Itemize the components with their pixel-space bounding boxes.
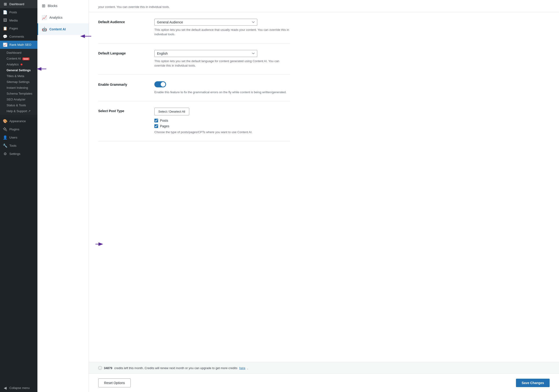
rankmath-submenu: Dashboard Content AI New! Analytics Gene… — [0, 49, 37, 115]
sidebar-item-dashboard[interactable]: ⊞ Dashboard — [0, 0, 37, 8]
default-audience-label: Default Audience — [98, 19, 145, 24]
content-ai-icon: 🤖 — [42, 27, 47, 32]
sidebar-item-media[interactable]: 🖼 Media — [0, 16, 37, 24]
sidebar-item-appearance[interactable]: 🎨 Appearance — [0, 117, 37, 125]
post-type-description: Choose the type of posts/pages/CPTs wher… — [154, 130, 290, 134]
appearance-icon: 🎨 — [3, 119, 8, 123]
submenu-seo-analyzer[interactable]: SEO Analyzer — [0, 97, 37, 102]
sidebar-item-pages[interactable]: 📋 Pages — [0, 24, 37, 33]
default-language-label: Default Language — [98, 50, 145, 55]
posts-checkbox[interactable] — [154, 119, 158, 122]
new-badge: New! — [22, 57, 29, 60]
users-icon: 👤 — [3, 135, 8, 140]
submenu-dashboard[interactable]: Dashboard — [0, 50, 37, 56]
tools-icon: 🔧 — [3, 143, 8, 148]
select-post-type-label: Select Post Type — [98, 108, 145, 113]
credits-bar: 3 ○ 34879 credits left this month. Credi… — [89, 362, 559, 374]
select-post-type-control: Select / Deselect All Posts Pages Choose… — [154, 108, 290, 134]
pages-checkbox-item: Pages — [154, 124, 290, 128]
credits-count: 34879 — [104, 366, 112, 370]
sidebar-item-rankmath[interactable]: 📈 Rank Math SEO 1 — [0, 41, 37, 49]
reset-options-button[interactable]: Reset Options — [98, 378, 131, 387]
default-audience-control: General Audience Beginners Intermediate … — [154, 19, 290, 37]
second-sidebar: ⊞ Blocks 📈 Analytics 🤖 Content AI 2 — [37, 0, 89, 392]
grammarly-toggle[interactable] — [154, 81, 166, 87]
credits-message: credits left this month. Credits will re… — [114, 366, 237, 370]
sidebar-item-plugins[interactable]: 🔌 Plugins — [0, 125, 37, 134]
submenu-analytics[interactable]: Analytics — [0, 62, 37, 67]
credits-icon: ○ — [98, 366, 102, 370]
rankmath-icon: 📈 — [3, 43, 8, 47]
sidebar-item-comments[interactable]: 💬 Comments — [0, 33, 37, 41]
default-language-description: This option lets you set the default lan… — [154, 59, 290, 68]
enable-grammarly-control: Enable this feature to fix the grammatic… — [154, 81, 290, 95]
submenu-sitemap[interactable]: Sitemap Settings — [0, 79, 37, 85]
enable-grammarly-row: Enable Grammarly Enable this feature to … — [98, 75, 290, 101]
submenu-schema-templates[interactable]: Schema Templates — [0, 91, 37, 97]
second-sidebar-blocks[interactable]: ⊞ Blocks — [37, 0, 89, 12]
top-description: your content. You can override this in i… — [89, 0, 559, 12]
sidebar-item-settings[interactable]: ⚙ Settings — [0, 150, 37, 158]
submenu-content-ai[interactable]: Content AI New! — [0, 56, 37, 62]
save-changes-button[interactable]: Save Changes — [516, 379, 550, 387]
grammarly-description: Enable this feature to fix the grammatic… — [154, 90, 290, 95]
dashboard-icon: ⊞ — [3, 2, 8, 6]
posts-label[interactable]: Posts — [160, 119, 168, 122]
sidebar-divider — [0, 116, 37, 116]
pages-icon: 📋 — [3, 26, 8, 31]
main-content: your content. You can override this in i… — [89, 0, 559, 392]
default-language-row: Default Language English Spanish French … — [98, 44, 290, 75]
submenu-general-settings[interactable]: General Settings — [0, 67, 37, 73]
credits-upgrade-link[interactable]: here — [239, 366, 245, 370]
toggle-slider — [154, 81, 166, 87]
default-language-select[interactable]: English Spanish French German — [154, 50, 257, 57]
analytics-nav-icon: 📈 — [42, 15, 47, 20]
sidebar-item-posts[interactable]: 📄 Posts — [0, 8, 37, 16]
plugins-icon: 🔌 — [3, 127, 8, 132]
posts-icon: 📄 — [3, 10, 8, 15]
content-area: Default Audience General Audience Beginn… — [89, 12, 299, 362]
media-icon: 🖼 — [3, 18, 8, 22]
submenu-help-support[interactable]: Help & Support ↗ — [0, 108, 37, 114]
pages-label[interactable]: Pages — [160, 124, 169, 128]
default-audience-select[interactable]: General Audience Beginners Intermediate … — [154, 19, 257, 26]
submenu-instant-indexing[interactable]: Instant Indexing — [0, 85, 37, 91]
select-deselect-all-button[interactable]: Select / Deselect All — [154, 108, 189, 116]
default-audience-row: Default Audience General Audience Beginn… — [98, 12, 290, 44]
posts-checkbox-item: Posts — [154, 119, 290, 122]
enable-grammarly-label: Enable Grammarly — [98, 81, 145, 86]
sidebar-item-tools[interactable]: 🔧 Tools — [0, 142, 37, 150]
default-audience-description: This option lets you set the default aud… — [154, 27, 290, 37]
sidebar-item-users[interactable]: 👤 Users — [0, 134, 37, 142]
second-sidebar-analytics[interactable]: 📈 Analytics — [37, 12, 89, 23]
default-language-control: English Spanish French German This optio… — [154, 50, 290, 68]
submenu-status-tools[interactable]: Status & Tools — [0, 102, 37, 108]
analytics-dot — [21, 63, 22, 65]
footer-bar: Reset Options Save Changes — [89, 374, 559, 392]
credits-period: . — [247, 366, 248, 370]
collapse-menu[interactable]: ◀ Collapse menu — [0, 384, 37, 392]
settings-icon: ⚙ — [3, 151, 8, 156]
second-sidebar-content-ai[interactable]: 🤖 Content AI 2 — [37, 23, 89, 35]
wp-admin-sidebar: ⊞ Dashboard 📄 Posts 🖼 Media 📋 Pages 💬 Co… — [0, 0, 37, 392]
pages-checkbox[interactable] — [154, 124, 158, 128]
blocks-icon: ⊞ — [42, 3, 45, 9]
select-post-type-row: Select Post Type Select / Deselect All P… — [98, 101, 290, 141]
comments-icon: 💬 — [3, 34, 8, 39]
submenu-titles-meta[interactable]: Titles & Meta — [0, 73, 37, 79]
collapse-icon: ◀ — [3, 386, 8, 390]
